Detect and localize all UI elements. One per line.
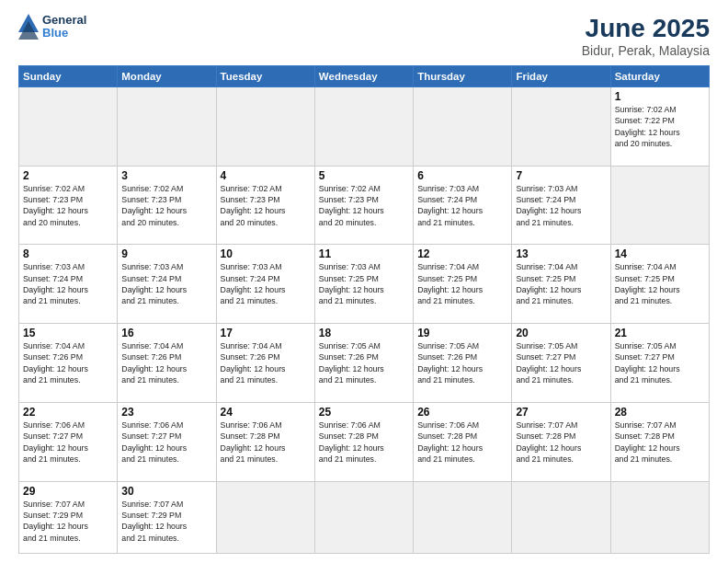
day-info: Sunrise: 7:04 AM Sunset: 7:26 PM Dayligh…: [221, 340, 311, 385]
logo-general: General: [42, 14, 86, 27]
day-number: 19: [417, 327, 507, 339]
day-number: 5: [319, 169, 409, 182]
day-number: 4: [221, 169, 311, 182]
col-wednesday: Wednesday: [314, 66, 413, 87]
table-row: 2 Sunrise: 7:02 AM Sunset: 7:23 PM Dayli…: [19, 166, 118, 245]
day-info: Sunrise: 7:03 AM Sunset: 7:24 PM Dayligh…: [121, 261, 211, 306]
page: General Blue June 2025 Bidur, Perak, Mal…: [0, 0, 728, 563]
table-row: 3 Sunrise: 7:02 AM Sunset: 7:23 PM Dayli…: [118, 166, 216, 245]
day-number: 27: [516, 406, 606, 419]
table-row: 30 Sunrise: 7:07 AM Sunset: 7:29 PM Dayl…: [118, 481, 216, 553]
day-info: Sunrise: 7:03 AM Sunset: 7:24 PM Dayligh…: [516, 183, 606, 228]
table-row: [216, 87, 314, 167]
day-number: 14: [615, 247, 705, 260]
day-number: 24: [221, 406, 311, 419]
day-info: Sunrise: 7:05 AM Sunset: 7:27 PM Dayligh…: [516, 340, 606, 385]
day-info: Sunrise: 7:06 AM Sunset: 7:28 PM Dayligh…: [417, 419, 507, 465]
day-number: 28: [615, 406, 705, 419]
table-row: 8 Sunrise: 7:03 AM Sunset: 7:24 PM Dayli…: [19, 245, 118, 324]
table-row: [314, 87, 413, 167]
table-row: [512, 481, 610, 553]
table-row: 9 Sunrise: 7:03 AM Sunset: 7:24 PM Dayli…: [118, 245, 216, 324]
day-info: Sunrise: 7:06 AM Sunset: 7:27 PM Dayligh…: [23, 419, 113, 465]
col-thursday: Thursday: [414, 66, 512, 87]
table-row: 14 Sunrise: 7:04 AM Sunset: 7:25 PM Dayl…: [610, 245, 709, 324]
day-info: Sunrise: 7:02 AM Sunset: 7:23 PM Dayligh…: [319, 183, 409, 228]
day-info: Sunrise: 7:05 AM Sunset: 7:27 PM Dayligh…: [615, 340, 705, 385]
title-location: Bidur, Perak, Malaysia: [582, 43, 710, 58]
day-number: 11: [319, 247, 409, 260]
day-number: 25: [319, 406, 409, 419]
day-number: 12: [417, 247, 507, 260]
table-row: [314, 481, 413, 553]
day-info: Sunrise: 7:07 AM Sunset: 7:29 PM Dayligh…: [23, 499, 113, 544]
day-number: 7: [516, 169, 606, 182]
day-number: 29: [23, 485, 113, 498]
table-row: 25 Sunrise: 7:06 AM Sunset: 7:28 PM Dayl…: [314, 402, 413, 481]
day-number: 9: [121, 247, 211, 260]
day-info: Sunrise: 7:06 AM Sunset: 7:27 PM Dayligh…: [121, 419, 211, 465]
day-info: Sunrise: 7:07 AM Sunset: 7:28 PM Dayligh…: [615, 419, 705, 465]
col-friday: Friday: [512, 66, 610, 87]
col-monday: Monday: [118, 66, 216, 87]
logo: General Blue: [18, 14, 86, 40]
day-number: 21: [615, 327, 705, 339]
table-row: 28 Sunrise: 7:07 AM Sunset: 7:28 PM Dayl…: [610, 402, 709, 481]
table-row: 18 Sunrise: 7:05 AM Sunset: 7:26 PM Dayl…: [314, 324, 413, 403]
day-number: 10: [221, 247, 311, 260]
table-row: [414, 87, 512, 167]
day-number: 18: [319, 327, 409, 339]
day-number: 23: [121, 406, 211, 419]
day-number: 30: [121, 485, 211, 498]
logo-icon: [18, 14, 39, 40]
title-block: June 2025 Bidur, Perak, Malaysia: [582, 14, 710, 58]
day-number: 22: [23, 406, 113, 419]
table-row: 1 Sunrise: 7:02 AM Sunset: 7:22 PM Dayli…: [610, 87, 709, 167]
day-number: 15: [23, 327, 113, 339]
day-info: Sunrise: 7:05 AM Sunset: 7:26 PM Dayligh…: [417, 340, 507, 385]
table-row: 20 Sunrise: 7:05 AM Sunset: 7:27 PM Dayl…: [512, 324, 610, 403]
table-row: 21 Sunrise: 7:05 AM Sunset: 7:27 PM Dayl…: [610, 324, 709, 403]
day-number: 3: [121, 169, 211, 182]
day-info: Sunrise: 7:02 AM Sunset: 7:23 PM Dayligh…: [221, 183, 311, 228]
day-info: Sunrise: 7:02 AM Sunset: 7:23 PM Dayligh…: [23, 183, 113, 228]
day-number: 16: [121, 327, 211, 339]
day-number: 8: [23, 247, 113, 260]
logo-text: General Blue: [42, 14, 86, 40]
day-info: Sunrise: 7:05 AM Sunset: 7:26 PM Dayligh…: [319, 340, 409, 385]
day-number: 2: [23, 169, 113, 182]
table-row: 4 Sunrise: 7:02 AM Sunset: 7:23 PM Dayli…: [216, 166, 314, 245]
header: General Blue June 2025 Bidur, Perak, Mal…: [18, 14, 710, 58]
table-row: [610, 166, 709, 245]
day-info: Sunrise: 7:02 AM Sunset: 7:22 PM Dayligh…: [615, 104, 705, 149]
day-info: Sunrise: 7:03 AM Sunset: 7:24 PM Dayligh…: [221, 261, 311, 306]
title-month: June 2025: [582, 14, 710, 43]
day-number: 17: [221, 327, 311, 339]
col-tuesday: Tuesday: [216, 66, 314, 87]
col-saturday: Saturday: [610, 66, 709, 87]
day-info: Sunrise: 7:04 AM Sunset: 7:26 PM Dayligh…: [121, 340, 211, 385]
table-row: [512, 87, 610, 167]
day-info: Sunrise: 7:07 AM Sunset: 7:29 PM Dayligh…: [121, 499, 211, 544]
day-info: Sunrise: 7:06 AM Sunset: 7:28 PM Dayligh…: [221, 419, 311, 465]
calendar-header-row: Sunday Monday Tuesday Wednesday Thursday…: [19, 66, 710, 87]
table-row: 23 Sunrise: 7:06 AM Sunset: 7:27 PM Dayl…: [118, 402, 216, 481]
table-row: 11 Sunrise: 7:03 AM Sunset: 7:25 PM Dayl…: [314, 245, 413, 324]
day-number: 26: [417, 406, 507, 419]
day-info: Sunrise: 7:06 AM Sunset: 7:28 PM Dayligh…: [319, 419, 409, 465]
table-row: 24 Sunrise: 7:06 AM Sunset: 7:28 PM Dayl…: [216, 402, 314, 481]
day-info: Sunrise: 7:03 AM Sunset: 7:24 PM Dayligh…: [23, 261, 113, 306]
day-info: Sunrise: 7:04 AM Sunset: 7:25 PM Dayligh…: [615, 261, 705, 306]
calendar: Sunday Monday Tuesday Wednesday Thursday…: [18, 65, 710, 554]
table-row: 12 Sunrise: 7:04 AM Sunset: 7:25 PM Dayl…: [414, 245, 512, 324]
table-row: 22 Sunrise: 7:06 AM Sunset: 7:27 PM Dayl…: [19, 402, 118, 481]
table-row: 6 Sunrise: 7:03 AM Sunset: 7:24 PM Dayli…: [414, 166, 512, 245]
day-info: Sunrise: 7:03 AM Sunset: 7:24 PM Dayligh…: [417, 183, 507, 228]
day-number: 20: [516, 327, 606, 339]
col-sunday: Sunday: [19, 66, 118, 87]
table-row: 10 Sunrise: 7:03 AM Sunset: 7:24 PM Dayl…: [216, 245, 314, 324]
table-row: 19 Sunrise: 7:05 AM Sunset: 7:26 PM Dayl…: [414, 324, 512, 403]
day-info: Sunrise: 7:04 AM Sunset: 7:25 PM Dayligh…: [516, 261, 606, 306]
table-row: 17 Sunrise: 7:04 AM Sunset: 7:26 PM Dayl…: [216, 324, 314, 403]
table-row: 15 Sunrise: 7:04 AM Sunset: 7:26 PM Dayl…: [19, 324, 118, 403]
